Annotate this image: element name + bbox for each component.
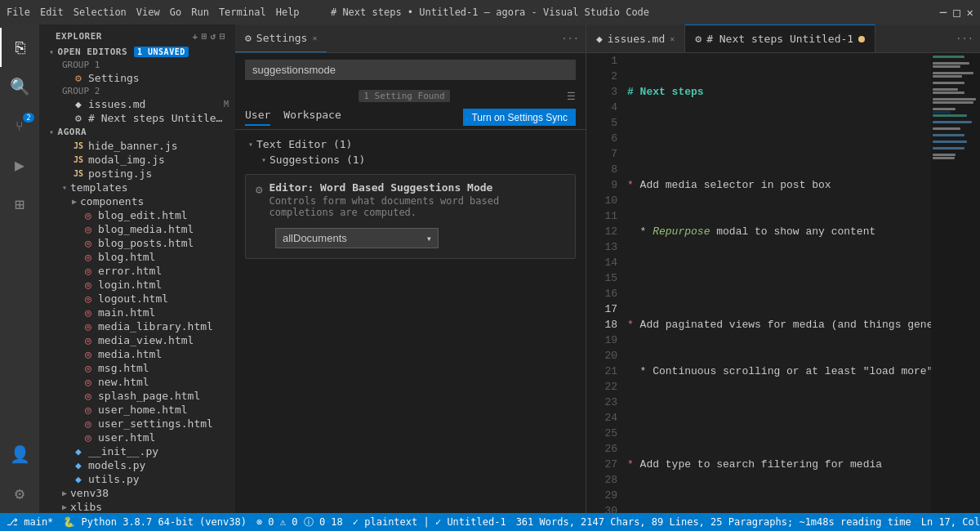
login-label: login.html xyxy=(98,279,229,291)
code-content[interactable]: # Next steps * Add media selector in pos… xyxy=(627,53,931,513)
settings-tab-close[interactable]: ✕ xyxy=(312,33,317,42)
search-icon[interactable]: 🔍 xyxy=(0,67,39,106)
utils-item[interactable]: ◆ utils.py xyxy=(39,472,235,486)
html-file-icon9: ◎ xyxy=(82,320,95,332)
open-editors-label: OPEN EDITORS xyxy=(58,47,127,57)
templates-folder[interactable]: ▾ templates xyxy=(39,181,235,194)
issues-editor-tab[interactable]: ◆ issues.md ✕ xyxy=(586,25,685,52)
menu-edit[interactable]: Edit xyxy=(40,7,64,18)
maximize-button[interactable]: □ xyxy=(953,6,960,19)
suggestions-tree-item[interactable]: ▾ Suggestions (1) xyxy=(235,152,586,167)
settings-popup: ⚙ Editor: Word Based Suggestions Mode Co… xyxy=(245,174,576,259)
chevron-down-icon: ▾ xyxy=(49,47,55,56)
open-settings-item[interactable]: ⚙ Settings xyxy=(39,71,235,85)
agora-section[interactable]: ▾ AGORA xyxy=(39,125,235,139)
main-item[interactable]: ◎ main.html xyxy=(39,306,235,319)
source-control-icon[interactable]: ⑂ 2 xyxy=(0,106,39,145)
menu-view[interactable]: View xyxy=(136,7,160,18)
cursor-position-status[interactable]: Ln 17, Col 15 xyxy=(921,516,980,528)
code-line-7: * Continuous scrolling or at least "load… xyxy=(627,364,918,379)
blog-media-item[interactable]: ◎ blog_media.html xyxy=(39,222,235,236)
settings-result-menu[interactable]: ☰ xyxy=(567,91,576,102)
issues-tab-close[interactable]: ✕ xyxy=(670,34,675,43)
py-file-icon2: ◆ xyxy=(72,459,85,471)
menu-file[interactable]: File xyxy=(7,7,30,18)
git-branch-status[interactable]: ⎇ main* xyxy=(7,516,53,528)
settings-panel: ⚙ Settings ✕ ··· 1 Setting Found ☰ User … xyxy=(235,25,586,513)
plaintext-status[interactable]: ✓ plaintext | ✓ Untitled-1 xyxy=(353,516,506,528)
splash-item[interactable]: ◎ splash_page.html xyxy=(39,389,235,403)
problems-status[interactable]: ⊗ 0 ⚠ 0 ⓘ 0 18 xyxy=(256,515,343,529)
run-debug-icon[interactable]: ▶ xyxy=(0,145,39,185)
media-item[interactable]: ◎ media.html xyxy=(39,347,235,361)
suggestions-mode-select[interactable]: allDocuments currentDocument matchingDoc… xyxy=(275,228,439,248)
open-nextsteps-item[interactable]: ⚙ # Next steps Untitled-1 xyxy=(39,111,235,125)
settings-gear-icon[interactable]: ⚙ xyxy=(0,474,39,513)
components-folder[interactable]: ▶ components xyxy=(39,194,235,208)
collapse-icon[interactable]: ⊟ xyxy=(220,31,225,42)
media-library-label: media_library.html xyxy=(98,320,229,332)
logout-item[interactable]: ◎ logout.html xyxy=(39,292,235,306)
close-button[interactable]: ✕ xyxy=(967,6,973,19)
init-label: __init__.py xyxy=(88,445,229,457)
settings-tab-actions[interactable]: ··· xyxy=(561,33,586,44)
menu-selection[interactable]: Selection xyxy=(74,7,127,18)
user-home-item[interactable]: ◎ user_home.html xyxy=(39,403,235,417)
blog-edit-item[interactable]: ◎ blog_edit.html xyxy=(39,208,235,222)
templates-chevron-icon: ▾ xyxy=(62,183,67,192)
media-view-item[interactable]: ◎ media_view.html xyxy=(39,333,235,347)
hide-banner-item[interactable]: JS hide_banner.js xyxy=(39,139,235,153)
new-item[interactable]: ◎ new.html xyxy=(39,375,235,389)
venv38-folder[interactable]: ▶ venv38 xyxy=(39,486,235,500)
menu-go[interactable]: Go xyxy=(170,7,181,18)
new-label: new.html xyxy=(98,376,229,388)
settings-search-input[interactable] xyxy=(245,60,576,80)
menu-help[interactable]: Help xyxy=(276,7,300,18)
settings-popup-content: Editor: Word Based Suggestions Mode Cont… xyxy=(269,181,565,218)
open-editors-section[interactable]: ▾ OPEN EDITORS 1 UNSAVED xyxy=(39,45,235,59)
text-editor-tree-item[interactable]: ▾ Text Editor (1) xyxy=(235,136,586,152)
media-library-item[interactable]: ◎ media_library.html xyxy=(39,319,235,333)
refresh-icon[interactable]: ↺ xyxy=(211,31,216,42)
extensions-icon[interactable]: ⊞ xyxy=(0,185,39,224)
menu-terminal[interactable]: Terminal xyxy=(219,7,266,18)
main-layout: ⎘ 🔍 ⑂ 2 ▶ ⊞ 👤 ⚙ EXPLORER + ⊞ ↺ ⊟ ▾ xyxy=(0,25,980,513)
models-item[interactable]: ◆ models.py xyxy=(39,458,235,472)
settings-tab[interactable]: ⚙ Settings ✕ xyxy=(235,25,327,52)
issues-tab-label: issues.md xyxy=(608,33,665,45)
group1-text: GROUP 1 xyxy=(62,60,229,70)
python-interpreter-status[interactable]: 🐍 Python 3.8.7 64-bit (venv38) xyxy=(63,516,247,528)
new-file-icon[interactable]: + xyxy=(193,31,198,42)
minimap xyxy=(931,53,980,513)
blog-posts-item[interactable]: ◎ blog_posts.html xyxy=(39,236,235,250)
msg-item[interactable]: ◎ msg.html xyxy=(39,361,235,375)
open-issues-item[interactable]: ◆ issues.md M xyxy=(39,97,235,111)
modal-img-item[interactable]: JS modal_img.js xyxy=(39,153,235,167)
user-settings-label: user_settings.html xyxy=(98,417,229,430)
init-item[interactable]: ◆ __init__.py xyxy=(39,444,235,458)
minimize-button[interactable]: ─ xyxy=(940,6,947,19)
blog-posts-label: blog_posts.html xyxy=(98,237,229,249)
user-settings-item[interactable]: ◎ user_settings.html xyxy=(39,417,235,431)
blog-item[interactable]: ◎ blog.html xyxy=(39,250,235,264)
new-folder-icon[interactable]: ⊞ xyxy=(202,31,207,42)
menu-run[interactable]: Run xyxy=(191,7,209,18)
issues-file-icon: ◆ xyxy=(72,98,85,110)
main-label: main.html xyxy=(98,306,229,319)
suggestions-label: Suggestions (1) xyxy=(270,154,365,166)
login-item[interactable]: ◎ login.html xyxy=(39,278,235,292)
code-line-1: # Next steps xyxy=(627,84,918,100)
text-editor-chevron-icon: ▾ xyxy=(248,140,253,149)
accounts-icon[interactable]: 👤 xyxy=(0,435,39,474)
editor-tab-actions[interactable]: ··· xyxy=(956,33,980,44)
explorer-icon[interactable]: ⎘ xyxy=(0,28,39,67)
sync-settings-button[interactable]: Turn on Settings Sync xyxy=(463,109,576,126)
user-item[interactable]: ◎ user.html xyxy=(39,431,235,444)
settings-user-tab[interactable]: User xyxy=(245,109,270,126)
posting-item[interactable]: JS posting.js xyxy=(39,167,235,181)
html-file-icon5: ◎ xyxy=(82,265,95,277)
error-item[interactable]: ◎ error.html xyxy=(39,264,235,278)
xlibs-folder[interactable]: ▶ xlibs xyxy=(39,500,235,513)
nextsteps-editor-tab[interactable]: ⚙ # Next steps Untitled-1 xyxy=(685,25,875,52)
settings-workspace-tab[interactable]: Workspace xyxy=(283,109,341,126)
